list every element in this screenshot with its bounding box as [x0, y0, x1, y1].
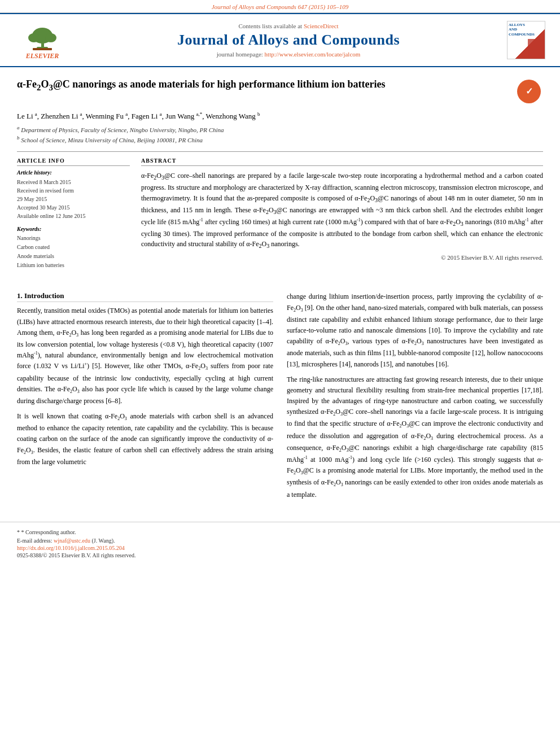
journal-citation-bar: Journal of Alloys and Compounds 647 (201… [0, 0, 560, 13]
keyword-2: Carbon coated [17, 243, 130, 252]
doi-line: http://dx.doi.org/10.1016/j.jallcom.2015… [17, 545, 543, 551]
affiliations: a Department of Physics, Faculty of Scie… [17, 124, 543, 145]
abstract-label: ABSTRACT [141, 158, 543, 166]
article-title: α-Fe2O3@C nanorings as anode materials f… [17, 77, 504, 94]
info-abstract-row: ARTICLE INFO Article history: Received 8… [17, 158, 543, 270]
issn-line: 0925-8388/© 2015 Elsevier B.V. All right… [17, 552, 543, 558]
article-content: α-Fe2O3@C nanorings as anode materials f… [0, 67, 560, 286]
journal-center: Contents lists available at ScienceDirec… [73, 23, 504, 58]
abstract-text: α-Fe2O3@C core–shell nanorings are prepa… [141, 171, 543, 251]
corresponding-author-note: * * Corresponding author. [17, 528, 543, 536]
journal-homepage-link[interactable]: http://www.elsevier.com/locate/jalcom [265, 51, 361, 58]
keyword-4: Lithium ion batteries [17, 261, 130, 270]
abstract-col: ABSTRACT α-Fe2O3@C core–shell nanorings … [141, 158, 543, 270]
keywords-section: Keywords: Nanorings Carbon coated Anode … [17, 226, 130, 270]
svg-point-2 [28, 33, 40, 42]
crossmark-badge[interactable]: ✓ [515, 77, 543, 106]
keywords-title: Keywords: [17, 226, 130, 232]
journal-homepage: journal homepage: http://www.elsevier.co… [73, 51, 504, 58]
accepted-date: Accepted 30 May 2015 [17, 203, 130, 212]
body-content: 1. Introduction Recently, transition met… [0, 286, 560, 516]
section-1-heading-text: 1. Introduction [17, 291, 64, 300]
science-direct-link[interactable]: ScienceDirect [304, 23, 339, 29]
body-col-right: change during lithium insertion/de-inser… [287, 291, 543, 504]
page-wrapper: Journal of Alloys and Compounds 647 (201… [0, 0, 560, 564]
divider-1 [17, 151, 543, 152]
elsevier-brand-name: ELSEVIER [26, 52, 59, 60]
journal-title: Journal of Alloys and Compounds [73, 32, 504, 49]
journal-header: ELSEVIER Contents lists available at Sci… [0, 13, 560, 67]
svg-rect-5 [33, 48, 52, 50]
available-date: Available online 12 June 2015 [17, 212, 130, 220]
elsevier-tree-icon [17, 20, 68, 51]
received-date: Received 8 March 2015 [17, 178, 130, 186]
keywords-list: Nanorings Carbon coated Anode materials … [17, 234, 130, 270]
svg-text:✓: ✓ [526, 86, 533, 96]
footer-section: * * Corresponding author. E-mail address… [0, 522, 560, 564]
journal-logo-box: ALLOYS AND COMPOUNDS [507, 21, 545, 59]
body-para-4: The ring-like nanostructures are attract… [287, 374, 543, 500]
keyword-1: Nanorings [17, 234, 130, 243]
logo-inner-text: ALLOYS AND COMPOUNDS [509, 23, 535, 37]
authors-line: Le Li a, Zhenzhen Li a, Wenming Fu a, Fa… [17, 111, 543, 121]
email-link[interactable]: wjnaf@ustc.edu [54, 538, 90, 544]
body-para-1: Recently, transition metal oxides (TMOs)… [17, 305, 273, 407]
body-para-2: It is well known that coating α-Fe2O3 an… [17, 411, 273, 468]
copyright-line: © 2015 Elsevier B.V. All rights reserved… [141, 254, 543, 261]
svg-point-3 [45, 33, 56, 42]
affiliation-b: b School of Science, Minzu University of… [17, 134, 543, 145]
journal-logo-right: ALLOYS AND COMPOUNDS [504, 21, 549, 59]
crossmark-icon: ✓ [517, 80, 541, 103]
body-para-3: change during lithium insertion/de-inser… [287, 291, 543, 369]
affiliation-a: a Department of Physics, Faculty of Scie… [17, 124, 543, 134]
article-info-label: ARTICLE INFO [17, 158, 130, 166]
body-two-col: 1. Introduction Recently, transition met… [17, 291, 543, 504]
article-history-label: Article history: [17, 169, 130, 176]
article-info-col: ARTICLE INFO Article history: Received 8… [17, 158, 130, 270]
body-col-left: 1. Introduction Recently, transition met… [17, 291, 273, 504]
contents-line: Contents lists available at ScienceDirec… [73, 23, 504, 29]
doi-link[interactable]: http://dx.doi.org/10.1016/j.jallcom.2015… [17, 545, 125, 551]
article-title-section: α-Fe2O3@C nanorings as anode materials f… [17, 77, 543, 106]
elsevier-logo: ELSEVIER [11, 20, 73, 60]
journal-citation: Journal of Alloys and Compounds 647 (201… [212, 3, 349, 10]
revised-date: Received in revised form29 May 2015 [17, 186, 130, 203]
section-1-heading: 1. Introduction [17, 291, 273, 302]
email-note: E-mail address: wjnaf@ustc.edu (J. Wang)… [17, 536, 543, 545]
keyword-3: Anode materials [17, 252, 130, 261]
